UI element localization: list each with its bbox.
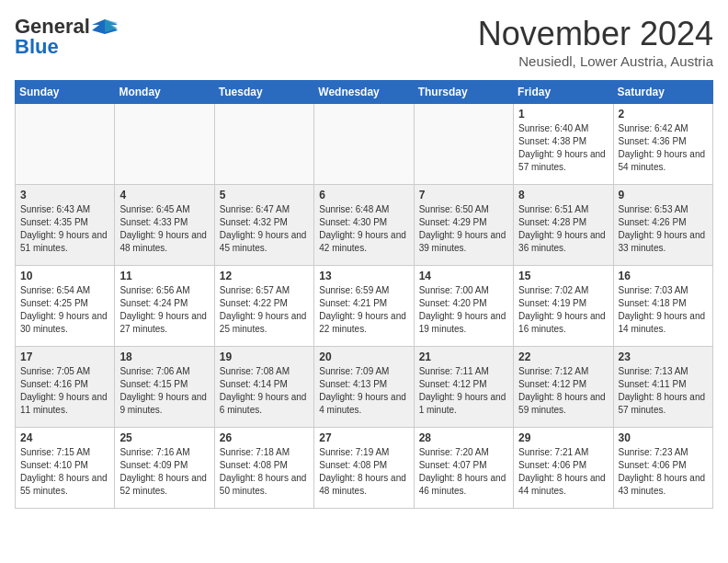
calendar-cell: 17Sunrise: 7:05 AM Sunset: 4:16 PM Dayli…	[16, 347, 115, 428]
day-number: 7	[419, 189, 508, 201]
day-info: Sunrise: 7:09 AM Sunset: 4:13 PM Dayligh…	[319, 365, 408, 417]
calendar-cell: 21Sunrise: 7:11 AM Sunset: 4:12 PM Dayli…	[414, 347, 513, 428]
location-subtitle: Neusiedl, Lower Austria, Austria	[478, 53, 713, 69]
day-info: Sunrise: 7:15 AM Sunset: 4:10 PM Dayligh…	[20, 446, 109, 498]
month-title: November 2024	[478, 15, 713, 53]
logo-bird-icon	[92, 17, 118, 36]
day-number: 22	[518, 350, 608, 363]
day-info: Sunrise: 6:56 AM Sunset: 4:24 PM Dayligh…	[119, 284, 209, 336]
calendar-cell: 13Sunrise: 6:59 AM Sunset: 4:21 PM Dayli…	[314, 266, 414, 347]
day-number: 20	[319, 350, 408, 363]
day-info: Sunrise: 6:59 AM Sunset: 4:21 PM Dayligh…	[319, 284, 408, 336]
day-number: 3	[20, 189, 109, 201]
day-number: 8	[518, 189, 608, 201]
weekday-header-monday: Monday	[115, 81, 214, 104]
calendar-cell	[115, 104, 214, 185]
logo-blue-text: Blue	[15, 35, 59, 59]
day-info: Sunrise: 7:11 AM Sunset: 4:12 PM Dayligh…	[419, 365, 508, 417]
calendar-cell: 18Sunrise: 7:06 AM Sunset: 4:15 PM Dayli…	[115, 347, 214, 428]
calendar-cell: 11Sunrise: 6:56 AM Sunset: 4:24 PM Dayli…	[115, 266, 214, 347]
calendar-week-row: 1Sunrise: 6:40 AM Sunset: 4:38 PM Daylig…	[16, 104, 713, 185]
day-info: Sunrise: 7:21 AM Sunset: 4:06 PM Dayligh…	[518, 446, 608, 498]
day-number: 12	[220, 270, 309, 282]
day-number: 28	[419, 431, 508, 444]
calendar-cell: 5Sunrise: 6:47 AM Sunset: 4:32 PM Daylig…	[214, 185, 313, 266]
calendar-week-row: 10Sunrise: 6:54 AM Sunset: 4:25 PM Dayli…	[16, 266, 713, 347]
calendar-cell: 2Sunrise: 6:42 AM Sunset: 4:36 PM Daylig…	[613, 104, 712, 185]
calendar-cell: 14Sunrise: 7:00 AM Sunset: 4:20 PM Dayli…	[414, 266, 513, 347]
day-number: 25	[119, 431, 209, 444]
calendar-cell: 15Sunrise: 7:02 AM Sunset: 4:19 PM Dayli…	[514, 266, 613, 347]
day-number: 4	[119, 189, 209, 201]
day-number: 23	[619, 350, 708, 363]
day-number: 16	[619, 270, 708, 282]
calendar-cell	[214, 104, 313, 185]
day-number: 17	[20, 350, 109, 363]
day-number: 30	[619, 431, 708, 444]
weekday-header-friday: Friday	[514, 81, 613, 104]
day-info: Sunrise: 7:16 AM Sunset: 4:09 PM Dayligh…	[119, 446, 209, 498]
day-number: 24	[20, 431, 109, 444]
calendar-title-block: November 2024 Neusiedl, Lower Austria, A…	[478, 15, 713, 69]
calendar-cell: 24Sunrise: 7:15 AM Sunset: 4:10 PM Dayli…	[16, 428, 115, 509]
calendar-cell: 10Sunrise: 6:54 AM Sunset: 4:25 PM Dayli…	[16, 266, 115, 347]
day-number: 15	[518, 270, 608, 282]
day-number: 21	[419, 350, 508, 363]
day-number: 9	[619, 189, 708, 201]
day-info: Sunrise: 6:57 AM Sunset: 4:22 PM Dayligh…	[220, 284, 309, 336]
calendar-body: 1Sunrise: 6:40 AM Sunset: 4:38 PM Daylig…	[16, 104, 713, 509]
day-info: Sunrise: 7:12 AM Sunset: 4:12 PM Dayligh…	[518, 365, 608, 417]
calendar-table: SundayMondayTuesdayWednesdayThursdayFrid…	[15, 80, 713, 509]
day-info: Sunrise: 6:43 AM Sunset: 4:35 PM Dayligh…	[20, 203, 109, 255]
day-number: 5	[220, 189, 309, 201]
calendar-cell: 30Sunrise: 7:23 AM Sunset: 4:06 PM Dayli…	[613, 428, 712, 509]
day-info: Sunrise: 7:08 AM Sunset: 4:14 PM Dayligh…	[220, 365, 309, 417]
calendar-cell: 6Sunrise: 6:48 AM Sunset: 4:30 PM Daylig…	[314, 185, 414, 266]
calendar-cell	[414, 104, 513, 185]
day-info: Sunrise: 7:06 AM Sunset: 4:15 PM Dayligh…	[119, 365, 209, 417]
day-info: Sunrise: 7:23 AM Sunset: 4:06 PM Dayligh…	[619, 446, 708, 498]
day-number: 1	[518, 108, 608, 121]
day-number: 11	[119, 270, 209, 282]
calendar-cell: 8Sunrise: 6:51 AM Sunset: 4:28 PM Daylig…	[514, 185, 613, 266]
calendar-cell: 19Sunrise: 7:08 AM Sunset: 4:14 PM Dayli…	[214, 347, 313, 428]
page-header: General Blue November 2024 Neusiedl, Low…	[15, 15, 713, 69]
day-info: Sunrise: 7:03 AM Sunset: 4:18 PM Dayligh…	[619, 284, 708, 336]
calendar-week-row: 24Sunrise: 7:15 AM Sunset: 4:10 PM Dayli…	[16, 428, 713, 509]
day-info: Sunrise: 6:54 AM Sunset: 4:25 PM Dayligh…	[20, 284, 109, 336]
calendar-cell: 26Sunrise: 7:18 AM Sunset: 4:08 PM Dayli…	[214, 428, 313, 509]
weekday-header-saturday: Saturday	[613, 81, 712, 104]
day-info: Sunrise: 6:51 AM Sunset: 4:28 PM Dayligh…	[518, 203, 608, 255]
calendar-cell: 9Sunrise: 6:53 AM Sunset: 4:26 PM Daylig…	[613, 185, 712, 266]
day-info: Sunrise: 6:53 AM Sunset: 4:26 PM Dayligh…	[619, 203, 708, 255]
day-info: Sunrise: 7:05 AM Sunset: 4:16 PM Dayligh…	[20, 365, 109, 417]
calendar-cell: 23Sunrise: 7:13 AM Sunset: 4:11 PM Dayli…	[613, 347, 712, 428]
calendar-week-row: 3Sunrise: 6:43 AM Sunset: 4:35 PM Daylig…	[16, 185, 713, 266]
calendar-cell: 7Sunrise: 6:50 AM Sunset: 4:29 PM Daylig…	[414, 185, 513, 266]
day-number: 6	[319, 189, 408, 201]
day-number: 2	[619, 108, 708, 121]
calendar-cell: 29Sunrise: 7:21 AM Sunset: 4:06 PM Dayli…	[514, 428, 613, 509]
calendar-cell: 20Sunrise: 7:09 AM Sunset: 4:13 PM Dayli…	[314, 347, 414, 428]
day-info: Sunrise: 7:00 AM Sunset: 4:20 PM Dayligh…	[419, 284, 508, 336]
calendar-cell: 3Sunrise: 6:43 AM Sunset: 4:35 PM Daylig…	[16, 185, 115, 266]
day-info: Sunrise: 7:20 AM Sunset: 4:07 PM Dayligh…	[419, 446, 508, 498]
calendar-cell: 27Sunrise: 7:19 AM Sunset: 4:08 PM Dayli…	[314, 428, 414, 509]
day-number: 26	[220, 431, 309, 444]
day-number: 14	[419, 270, 508, 282]
weekday-header-wednesday: Wednesday	[314, 81, 414, 104]
calendar-cell: 16Sunrise: 7:03 AM Sunset: 4:18 PM Dayli…	[613, 266, 712, 347]
calendar-cell	[314, 104, 414, 185]
day-number: 13	[319, 270, 408, 282]
weekday-header-tuesday: Tuesday	[214, 81, 313, 104]
day-info: Sunrise: 7:19 AM Sunset: 4:08 PM Dayligh…	[319, 446, 408, 498]
calendar-cell: 1Sunrise: 6:40 AM Sunset: 4:38 PM Daylig…	[514, 104, 613, 185]
day-info: Sunrise: 6:45 AM Sunset: 4:33 PM Dayligh…	[119, 203, 209, 255]
weekday-header-sunday: Sunday	[16, 81, 115, 104]
day-info: Sunrise: 7:18 AM Sunset: 4:08 PM Dayligh…	[220, 446, 309, 498]
calendar-cell: 25Sunrise: 7:16 AM Sunset: 4:09 PM Dayli…	[115, 428, 214, 509]
day-info: Sunrise: 6:48 AM Sunset: 4:30 PM Dayligh…	[319, 203, 408, 255]
day-info: Sunrise: 7:13 AM Sunset: 4:11 PM Dayligh…	[619, 365, 708, 417]
calendar-cell	[16, 104, 115, 185]
logo: General Blue	[15, 15, 118, 59]
